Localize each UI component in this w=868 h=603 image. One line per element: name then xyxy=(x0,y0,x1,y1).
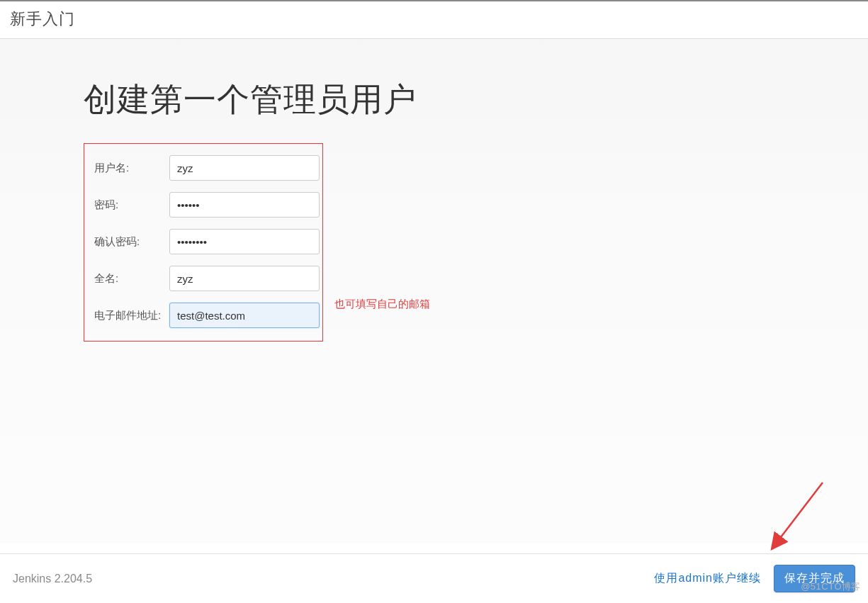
confirm-password-input[interactable] xyxy=(169,229,320,254)
password-label: 密码: xyxy=(94,198,169,212)
username-label: 用户名: xyxy=(94,162,169,175)
continue-as-admin-button[interactable]: 使用admin账户继续 xyxy=(654,571,761,586)
username-input[interactable] xyxy=(169,155,320,181)
fullname-input[interactable] xyxy=(169,266,320,291)
main-content: 创建第一个管理员用户 用户名: 密码: 确认密码: 全名: 电子邮件地址: 也可… xyxy=(0,39,868,543)
confirm-password-label: 确认密码: xyxy=(94,235,169,249)
email-input[interactable] xyxy=(169,303,320,328)
admin-user-form: 用户名: 密码: 确认密码: 全名: 电子邮件地址: xyxy=(84,143,323,342)
footer: Jenkins 2.204.5 使用admin账户继续 保存并完成 xyxy=(0,553,868,603)
confirm-password-row: 确认密码: xyxy=(84,229,322,254)
email-row: 电子邮件地址: xyxy=(84,303,322,328)
page-title: 创建第一个管理员用户 xyxy=(84,78,868,122)
watermark-text: @51CTO博客 xyxy=(801,580,861,593)
version-label: Jenkins 2.204.5 xyxy=(13,573,654,585)
username-row: 用户名: xyxy=(84,155,322,181)
password-input[interactable] xyxy=(169,192,320,218)
email-label: 电子邮件地址: xyxy=(94,309,169,322)
header-title: 新手入门 xyxy=(10,9,858,30)
header: 新手入门 xyxy=(0,1,868,39)
email-annotation: 也可填写自己的邮箱 xyxy=(334,298,430,311)
fullname-row: 全名: xyxy=(84,266,322,291)
password-row: 密码: xyxy=(84,192,322,218)
fullname-label: 全名: xyxy=(94,272,169,286)
